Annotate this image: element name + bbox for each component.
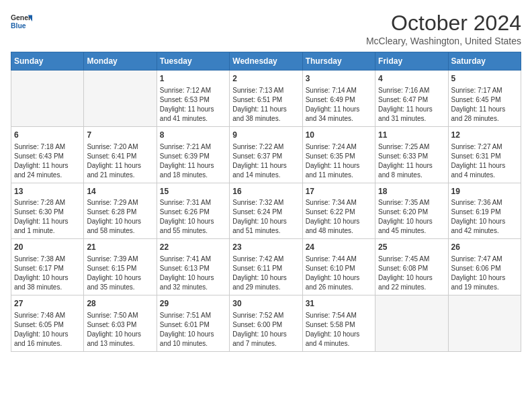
- day-number: 8: [160, 130, 226, 141]
- weekday-header: Sunday: [11, 52, 84, 71]
- day-number: 6: [14, 130, 81, 141]
- calendar-week-row: 13Sunrise: 7:28 AMSunset: 6:30 PMDayligh…: [11, 183, 521, 239]
- day-info: Sunrise: 7:31 AMSunset: 6:26 PMDaylight:…: [160, 198, 226, 236]
- weekday-header: Tuesday: [157, 52, 229, 71]
- calendar-cell: 30Sunrise: 7:52 AMSunset: 6:00 PMDayligh…: [230, 295, 302, 352]
- calendar-cell: 17Sunrise: 7:34 AMSunset: 6:22 PMDayligh…: [302, 183, 375, 239]
- day-info: Sunrise: 7:16 AMSunset: 6:47 PMDaylight:…: [378, 86, 445, 124]
- calendar-cell: 19Sunrise: 7:36 AMSunset: 6:19 PMDayligh…: [448, 183, 521, 239]
- calendar-table: SundayMondayTuesdayWednesdayThursdayFrid…: [11, 52, 521, 352]
- day-info: Sunrise: 7:41 AMSunset: 6:13 PMDaylight:…: [160, 255, 226, 292]
- day-number: 26: [451, 242, 518, 253]
- day-number: 23: [232, 242, 299, 253]
- calendar-cell: [84, 71, 157, 127]
- calendar-week-row: 6Sunrise: 7:18 AMSunset: 6:43 PMDaylight…: [11, 126, 521, 183]
- logo: General Blue: [11, 11, 32, 32]
- calendar-cell: 21Sunrise: 7:39 AMSunset: 6:15 PMDayligh…: [84, 239, 157, 295]
- day-number: 4: [378, 73, 445, 85]
- calendar-cell: 9Sunrise: 7:22 AMSunset: 6:37 PMDaylight…: [230, 126, 302, 183]
- day-info: Sunrise: 7:27 AMSunset: 6:31 PMDaylight:…: [451, 142, 518, 180]
- day-number: 16: [232, 186, 299, 197]
- calendar-cell: 3Sunrise: 7:14 AMSunset: 6:49 PMDaylight…: [302, 71, 375, 127]
- calendar-cell: 31Sunrise: 7:54 AMSunset: 5:58 PMDayligh…: [302, 295, 375, 352]
- day-info: Sunrise: 7:21 AMSunset: 6:39 PMDaylight:…: [160, 142, 226, 180]
- day-number: 12: [451, 130, 518, 141]
- page-header: General Blue October 2024 McCleary, Wash…: [11, 11, 521, 46]
- calendar-week-row: 1Sunrise: 7:12 AMSunset: 6:53 PMDaylight…: [11, 71, 521, 127]
- day-info: Sunrise: 7:20 AMSunset: 6:41 PMDaylight:…: [87, 142, 153, 180]
- day-info: Sunrise: 7:42 AMSunset: 6:11 PMDaylight:…: [232, 255, 299, 292]
- day-info: Sunrise: 7:28 AMSunset: 6:30 PMDaylight:…: [14, 198, 81, 236]
- calendar-cell: 5Sunrise: 7:17 AMSunset: 6:45 PMDaylight…: [448, 71, 521, 127]
- month-title: October 2024: [366, 11, 521, 36]
- day-info: Sunrise: 7:39 AMSunset: 6:15 PMDaylight:…: [87, 255, 153, 292]
- svg-text:Blue: Blue: [11, 22, 26, 30]
- day-number: 29: [160, 298, 226, 310]
- day-info: Sunrise: 7:18 AMSunset: 6:43 PMDaylight:…: [14, 142, 81, 180]
- day-number: 1: [160, 73, 226, 85]
- calendar-cell: 24Sunrise: 7:44 AMSunset: 6:10 PMDayligh…: [302, 239, 375, 295]
- day-info: Sunrise: 7:13 AMSunset: 6:51 PMDaylight:…: [232, 86, 299, 124]
- weekday-header: Saturday: [448, 52, 521, 71]
- calendar-cell: [448, 295, 521, 352]
- day-number: 25: [378, 242, 445, 253]
- day-number: 9: [232, 130, 299, 141]
- day-info: Sunrise: 7:52 AMSunset: 6:00 PMDaylight:…: [232, 311, 299, 349]
- day-number: 19: [451, 186, 518, 197]
- day-info: Sunrise: 7:34 AMSunset: 6:22 PMDaylight:…: [306, 198, 372, 236]
- day-info: Sunrise: 7:44 AMSunset: 6:10 PMDaylight:…: [306, 255, 372, 292]
- day-number: 31: [306, 298, 372, 310]
- day-number: 18: [378, 186, 445, 197]
- calendar-cell: 1Sunrise: 7:12 AMSunset: 6:53 PMDaylight…: [157, 71, 229, 127]
- day-info: Sunrise: 7:14 AMSunset: 6:49 PMDaylight:…: [306, 86, 372, 124]
- calendar-cell: 11Sunrise: 7:25 AMSunset: 6:33 PMDayligh…: [375, 126, 448, 183]
- title-block: October 2024 McCleary, Washington, Unite…: [366, 11, 521, 46]
- calendar-cell: 23Sunrise: 7:42 AMSunset: 6:11 PMDayligh…: [230, 239, 302, 295]
- day-info: Sunrise: 7:22 AMSunset: 6:37 PMDaylight:…: [232, 142, 299, 180]
- day-info: Sunrise: 7:47 AMSunset: 6:06 PMDaylight:…: [451, 255, 518, 292]
- calendar-cell: 25Sunrise: 7:45 AMSunset: 6:08 PMDayligh…: [375, 239, 448, 295]
- day-number: 28: [87, 298, 153, 310]
- day-info: Sunrise: 7:32 AMSunset: 6:24 PMDaylight:…: [232, 198, 299, 236]
- day-number: 7: [87, 130, 153, 141]
- weekday-header: Friday: [375, 52, 448, 71]
- day-number: 30: [232, 298, 299, 310]
- calendar-cell: 4Sunrise: 7:16 AMSunset: 6:47 PMDaylight…: [375, 71, 448, 127]
- logo-icon: General Blue: [11, 11, 32, 32]
- day-info: Sunrise: 7:48 AMSunset: 6:05 PMDaylight:…: [14, 311, 81, 349]
- calendar-cell: 29Sunrise: 7:51 AMSunset: 6:01 PMDayligh…: [157, 295, 229, 352]
- day-number: 10: [306, 130, 372, 141]
- day-number: 21: [87, 242, 153, 253]
- day-number: 22: [160, 242, 226, 253]
- day-number: 20: [14, 242, 81, 253]
- weekday-header-row: SundayMondayTuesdayWednesdayThursdayFrid…: [11, 52, 521, 71]
- calendar-week-row: 27Sunrise: 7:48 AMSunset: 6:05 PMDayligh…: [11, 295, 521, 352]
- day-info: Sunrise: 7:29 AMSunset: 6:28 PMDaylight:…: [87, 198, 153, 236]
- day-info: Sunrise: 7:12 AMSunset: 6:53 PMDaylight:…: [160, 86, 226, 124]
- day-number: 3: [306, 73, 372, 85]
- day-number: 24: [306, 242, 372, 253]
- day-info: Sunrise: 7:17 AMSunset: 6:45 PMDaylight:…: [451, 86, 518, 124]
- calendar-cell: 2Sunrise: 7:13 AMSunset: 6:51 PMDaylight…: [230, 71, 302, 127]
- calendar-cell: 6Sunrise: 7:18 AMSunset: 6:43 PMDaylight…: [11, 126, 84, 183]
- day-info: Sunrise: 7:36 AMSunset: 6:19 PMDaylight:…: [451, 198, 518, 236]
- day-number: 17: [306, 186, 372, 197]
- day-info: Sunrise: 7:51 AMSunset: 6:01 PMDaylight:…: [160, 311, 226, 349]
- day-info: Sunrise: 7:50 AMSunset: 6:03 PMDaylight:…: [87, 311, 153, 349]
- calendar-cell: 20Sunrise: 7:38 AMSunset: 6:17 PMDayligh…: [11, 239, 84, 295]
- day-info: Sunrise: 7:45 AMSunset: 6:08 PMDaylight:…: [378, 255, 445, 292]
- day-info: Sunrise: 7:54 AMSunset: 5:58 PMDaylight:…: [306, 311, 372, 349]
- calendar-cell: 12Sunrise: 7:27 AMSunset: 6:31 PMDayligh…: [448, 126, 521, 183]
- calendar-cell: 8Sunrise: 7:21 AMSunset: 6:39 PMDaylight…: [157, 126, 229, 183]
- weekday-header: Wednesday: [230, 52, 302, 71]
- calendar-cell: 7Sunrise: 7:20 AMSunset: 6:41 PMDaylight…: [84, 126, 157, 183]
- calendar-cell: [375, 295, 448, 352]
- calendar-cell: 14Sunrise: 7:29 AMSunset: 6:28 PMDayligh…: [84, 183, 157, 239]
- day-number: 15: [160, 186, 226, 197]
- calendar-cell: 26Sunrise: 7:47 AMSunset: 6:06 PMDayligh…: [448, 239, 521, 295]
- day-number: 2: [232, 73, 299, 85]
- calendar-week-row: 20Sunrise: 7:38 AMSunset: 6:17 PMDayligh…: [11, 239, 521, 295]
- day-number: 14: [87, 186, 153, 197]
- day-info: Sunrise: 7:24 AMSunset: 6:35 PMDaylight:…: [306, 142, 372, 180]
- day-number: 5: [451, 73, 518, 85]
